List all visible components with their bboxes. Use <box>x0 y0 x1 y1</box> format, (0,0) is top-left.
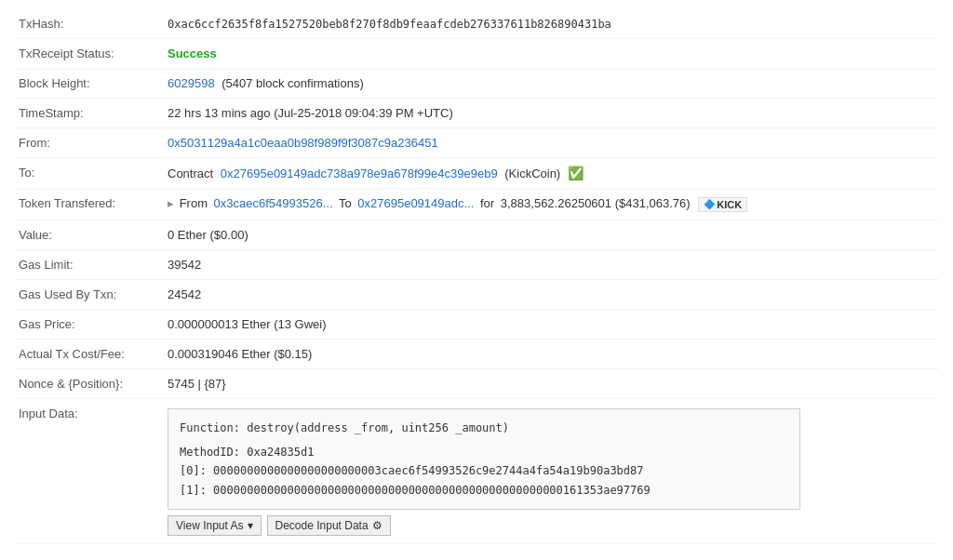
to-row: To: Contract 0x27695e09149adc738a978e9a6… <box>15 158 938 189</box>
txreceipt-label: TxReceipt Status: <box>15 39 164 69</box>
to-value: Contract 0x27695e09149adc738a978e9a678f9… <box>164 158 938 189</box>
token-icon: 🔷 <box>704 199 715 209</box>
gas-price-value: 0.000000013 Ether (13 Gwei) <box>164 309 938 339</box>
contract-name: (KickCoin) <box>504 167 560 180</box>
txreceipt-row: TxReceipt Status: Success <box>15 39 938 69</box>
block-height-label: Block Height: <box>15 69 164 99</box>
actual-tx-cost-value: 0.000319046 Ether ($0.15) <box>164 339 938 368</box>
decode-input-data-label: Decode Input Data <box>275 519 369 532</box>
token-for-text: for <box>480 196 494 210</box>
input-data-cell: Function: destroy(address _from, uint256… <box>164 398 938 544</box>
input-data-row: Input Data: Function: destroy(address _f… <box>15 398 938 544</box>
txhash-label: TxHash: <box>15 9 164 39</box>
gas-price-row: Gas Price: 0.000000013 Ether (13 Gwei) <box>15 309 938 339</box>
gas-used-value: 24542 <box>164 279 938 309</box>
timestamp-row: TimeStamp: 22 hrs 13 mins ago (Jul-25-20… <box>15 99 938 128</box>
param-1-line: [1]: 00000000000000000000000000000000000… <box>180 481 788 500</box>
nonce-row: Nonce & {Position}: 5745 | {87} <box>15 368 938 398</box>
token-to-text: To <box>339 196 352 210</box>
txreceipt-value: Success <box>164 39 938 69</box>
token-transferred-label: Token Transfered: <box>15 189 164 220</box>
verified-icon: ✅ <box>568 166 584 180</box>
txhash-value: 0xac6ccf2635f8fa1527520beb8f270f8db9feaa… <box>164 9 938 39</box>
token-from-address-link[interactable]: 0x3caec6f54993526... <box>214 196 333 210</box>
from-value: 0x5031129a4a1c0eaa0b98f989f9f3087c9a2364… <box>164 128 938 158</box>
input-data-box: Function: destroy(address _from, uint256… <box>168 408 800 511</box>
settings-icon: ⚙ <box>372 519 383 532</box>
nonce-value: 5745 | {87} <box>164 368 938 398</box>
block-height-value: 6029598 (5407 block confirmations) <box>164 69 938 99</box>
from-address-link[interactable]: 0x5031129a4a1c0eaa0b98f989f9f3087c9a2364… <box>168 136 438 150</box>
token-transferred-row: Token Transfered: ▸ From 0x3caec6f549935… <box>15 189 938 220</box>
token-amount: 3,883,562.26250601 ($431,063.76) <box>501 196 691 210</box>
input-data-label: Input Data: <box>15 398 164 544</box>
timestamp-value: 22 hrs 13 mins ago (Jul-25-2018 09:04:39… <box>164 99 938 128</box>
gas-used-label: Gas Used By Txn: <box>15 279 164 309</box>
contract-address-link[interactable]: 0x27695e09149adc738a978e9a678f99e4c39e9e… <box>221 167 498 180</box>
nonce-label: Nonce & {Position}: <box>15 368 164 398</box>
view-input-as-label: View Input As <box>176 519 244 532</box>
block-confirmations: (5407 block confirmations) <box>221 76 363 90</box>
view-input-as-button[interactable]: View Input As ▾ <box>168 515 262 536</box>
txhash-row: TxHash: 0xac6ccf2635f8fa1527520beb8f270f… <box>15 9 938 39</box>
timestamp-label: TimeStamp: <box>15 99 164 128</box>
gas-price-label: Gas Price: <box>15 309 164 339</box>
function-line: Function: destroy(address _from, uint256… <box>180 419 788 437</box>
txhash-text: 0xac6ccf2635f8fa1527520beb8f270f8db9feaa… <box>168 18 611 31</box>
block-height-link[interactable]: 6029598 <box>168 76 215 90</box>
gas-limit-row: Gas Limit: 39542 <box>15 249 938 279</box>
gas-limit-value: 39542 <box>164 249 938 279</box>
token-arrow-icon: ▸ <box>168 196 174 210</box>
actual-tx-cost-label: Actual Tx Cost/Fee: <box>15 339 164 368</box>
token-to-address-link[interactable]: 0x27695e09149adc... <box>357 196 474 210</box>
actual-tx-cost-row: Actual Tx Cost/Fee: 0.000319046 Ether ($… <box>15 339 938 368</box>
from-label: From: <box>15 128 164 158</box>
block-height-row: Block Height: 6029598 (5407 block confir… <box>15 69 938 99</box>
decode-input-data-button[interactable]: Decode Input Data ⚙ <box>267 515 391 536</box>
gas-limit-label: Gas Limit: <box>15 249 164 279</box>
token-from-text: From <box>180 196 208 210</box>
success-badge: Success <box>168 47 217 60</box>
transaction-detail-table: TxHash: 0xac6ccf2635f8fa1527520beb8f270f… <box>15 9 938 544</box>
value-row: Value: 0 Ether ($0.00) <box>15 220 938 249</box>
value-value: 0 Ether ($0.00) <box>164 220 938 249</box>
to-label: To: <box>15 158 164 189</box>
kick-token-badge: 🔷 KICK <box>698 197 747 212</box>
token-transferred-value: ▸ From 0x3caec6f54993526... To 0x27695e0… <box>164 189 938 220</box>
value-label: Value: <box>15 220 164 249</box>
dropdown-arrow-icon: ▾ <box>248 519 253 532</box>
to-prefix: Contract <box>168 167 213 180</box>
method-id-line: MethodID: 0xa24835d1 <box>180 443 788 461</box>
from-row: From: 0x5031129a4a1c0eaa0b98f989f9f3087c… <box>15 128 938 158</box>
param-0-line: [0]: 0000000000000000000000003caec6f5499… <box>180 461 788 480</box>
gas-used-row: Gas Used By Txn: 24542 <box>15 279 938 309</box>
input-data-buttons: View Input As ▾ Decode Input Data ⚙ <box>168 515 934 536</box>
